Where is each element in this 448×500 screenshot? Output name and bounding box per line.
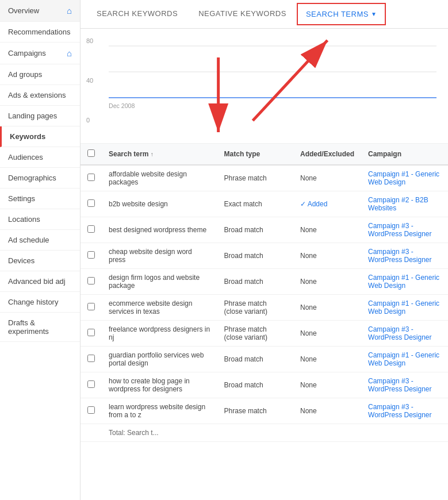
cell-search-term: b2b website design	[102, 191, 217, 217]
table-row[interactable]: freelance wordpress designers in nj Phra…	[81, 321, 448, 347]
sidebar-item-label: Demographics	[8, 174, 56, 182]
cell-match-type: Broad match	[217, 217, 293, 243]
cell-campaign[interactable]: Campaign #3 - WordPress Designer	[361, 243, 448, 269]
cell-campaign[interactable]: Campaign #3 - WordPress Designer	[361, 217, 448, 243]
total-row-label: Total: Search t...	[102, 424, 448, 442]
campaign-link[interactable]: Campaign #1 - Generic Web Design	[368, 170, 439, 186]
table-row[interactable]: best designed wordpress theme Broad matc…	[81, 217, 448, 243]
col-header-search-term[interactable]: Search term ↑	[102, 144, 217, 165]
sidebar-item-change-history[interactable]: Change history	[0, 292, 80, 313]
cell-campaign[interactable]: Campaign #3 - WordPress Designer	[361, 321, 448, 347]
col-label-match-type: Match type	[224, 150, 261, 158]
cell-campaign[interactable]: Campaign #3 - WordPress Designer	[361, 398, 448, 424]
row-checkbox-cell[interactable]	[81, 372, 102, 398]
cell-match-type: Exact match	[217, 191, 293, 217]
table-row[interactable]: affordable website design packages Phras…	[81, 165, 448, 191]
row-checkbox-cell[interactable]	[81, 243, 102, 269]
cell-search-term: how to create blog page in wordpress for…	[102, 372, 217, 398]
tab-negative-keywords[interactable]: NEGATIVE KEYWORDS	[188, 1, 297, 28]
sidebar-item-demographics[interactable]: Demographics	[0, 168, 80, 189]
row-checkbox[interactable]	[87, 225, 95, 233]
cell-campaign[interactable]: Campaign #1 - Generic Web Design	[361, 347, 448, 372]
select-all-checkbox[interactable]	[87, 149, 95, 157]
cell-campaign[interactable]: Campaign #1 - Generic Web Design	[361, 295, 448, 321]
cell-campaign[interactable]: Campaign #2 - B2B Websites	[361, 191, 448, 217]
sidebar-item-overview[interactable]: Overview ⌂	[0, 0, 80, 22]
home-icon: ⌂	[67, 6, 72, 16]
col-header-match-type: Match type	[217, 144, 293, 165]
sidebar-item-label: Audiences	[8, 153, 43, 161]
sidebar-item-label: Keywords	[10, 132, 45, 141]
sidebar-item-advanced-bid[interactable]: Advanced bid adj	[0, 271, 80, 292]
sidebar-item-audiences[interactable]: Audiences	[0, 147, 80, 168]
sidebar-item-landing-pages[interactable]: Landing pages	[0, 106, 80, 126]
sidebar-item-ad-schedule[interactable]: Ad schedule	[0, 230, 80, 251]
svg-text:Dec 2008: Dec 2008	[109, 102, 135, 109]
tab-search-terms[interactable]: SEARCH TERMS ▼	[297, 3, 386, 25]
sidebar-item-adgroups[interactable]: Ad groups	[0, 64, 80, 85]
campaign-link[interactable]: Campaign #1 - Generic Web Design	[368, 351, 439, 367]
row-checkbox-cell[interactable]	[81, 217, 102, 243]
sidebar-item-label: Ads & extensions	[8, 91, 66, 99]
campaign-link[interactable]: Campaign #3 - WordPress Designer	[368, 377, 431, 393]
campaign-link[interactable]: Campaign #2 - B2B Websites	[368, 196, 428, 212]
table-row[interactable]: guardian portfolio services web portal d…	[81, 347, 448, 372]
cell-match-type: Phrase match	[217, 165, 293, 191]
y-label-40: 40	[86, 77, 93, 84]
campaign-link[interactable]: Campaign #3 - WordPress Designer	[368, 325, 431, 341]
row-checkbox-cell[interactable]	[81, 347, 102, 372]
row-checkbox[interactable]	[87, 355, 95, 362]
cell-campaign[interactable]: Campaign #3 - WordPress Designer	[361, 372, 448, 398]
select-all-header[interactable]	[81, 144, 102, 165]
cell-match-type: Broad match	[217, 269, 293, 295]
sidebar-item-drafts[interactable]: Drafts & experiments	[0, 313, 80, 342]
cell-campaign[interactable]: Campaign #1 - Generic Web Design	[361, 269, 448, 295]
table-row[interactable]: how to create blog page in wordpress for…	[81, 372, 448, 398]
sidebar-item-label: Settings	[8, 194, 35, 203]
campaign-link[interactable]: Campaign #1 - Generic Web Design	[368, 274, 439, 290]
sort-icon[interactable]: ↑	[151, 151, 154, 157]
row-checkbox-cell[interactable]	[81, 269, 102, 295]
sidebar-item-keywords[interactable]: Keywords	[0, 126, 80, 147]
table-row[interactable]: design firm logos and website package Br…	[81, 269, 448, 295]
sidebar-item-devices[interactable]: Devices	[0, 251, 80, 271]
row-checkbox[interactable]	[87, 303, 95, 310]
campaign-link[interactable]: Campaign #3 - WordPress Designer	[368, 403, 431, 419]
row-checkbox[interactable]	[87, 199, 95, 207]
campaign-link[interactable]: Campaign #1 - Generic Web Design	[368, 299, 439, 316]
sidebar-item-settings[interactable]: Settings	[0, 189, 80, 209]
cell-search-term: guardian portfolio services web portal d…	[102, 347, 217, 372]
row-checkbox-cell[interactable]	[81, 398, 102, 424]
row-checkbox[interactable]	[87, 277, 95, 284]
tab-search-keywords[interactable]: SEARCH KEYWORDS	[86, 1, 188, 28]
sidebar-item-ads-extensions[interactable]: Ads & extensions	[0, 85, 80, 106]
cell-search-term: cheap website design word press	[102, 243, 217, 269]
row-checkbox-cell[interactable]	[81, 295, 102, 321]
row-checkbox-cell[interactable]	[81, 191, 102, 217]
sidebar-item-campaigns[interactable]: Campaigns ⌂	[0, 43, 80, 64]
sidebar-item-locations[interactable]: Locations	[0, 209, 80, 230]
campaign-link[interactable]: Campaign #3 - WordPress Designer	[368, 248, 431, 264]
sidebar-item-label: Ad schedule	[8, 236, 49, 244]
chart-area: 80 40 0 Dec 2008	[81, 29, 448, 144]
sidebar-item-label: Ad groups	[8, 70, 42, 79]
row-checkbox-cell[interactable]	[81, 165, 102, 191]
row-checkbox[interactable]	[87, 174, 95, 181]
row-checkbox[interactable]	[87, 406, 95, 414]
table-row[interactable]: cheap website design word press Broad ma…	[81, 243, 448, 269]
cell-campaign[interactable]: Campaign #1 - Generic Web Design	[361, 165, 448, 191]
table-row[interactable]: b2b website design Exact match ✓ Added C…	[81, 191, 448, 217]
table-row[interactable]: ecommerce website design services in tex…	[81, 295, 448, 321]
row-checkbox-cell[interactable]	[81, 321, 102, 347]
row-checkbox[interactable]	[87, 251, 95, 259]
sidebar-item-recommendations[interactable]: Recommendations	[0, 22, 80, 43]
table-row[interactable]: learn wordpress website design from a to…	[81, 398, 448, 424]
col-label-campaign: Campaign	[368, 150, 401, 158]
row-checkbox[interactable]	[87, 329, 95, 336]
row-checkbox[interactable]	[87, 380, 95, 388]
cell-added-excluded: None	[293, 372, 361, 398]
cell-added-excluded: None	[293, 321, 361, 347]
campaign-link[interactable]: Campaign #3 - WordPress Designer	[368, 222, 431, 238]
col-header-campaign: Campaign	[361, 144, 448, 165]
col-label-added-excluded: Added/Excluded	[300, 150, 354, 158]
